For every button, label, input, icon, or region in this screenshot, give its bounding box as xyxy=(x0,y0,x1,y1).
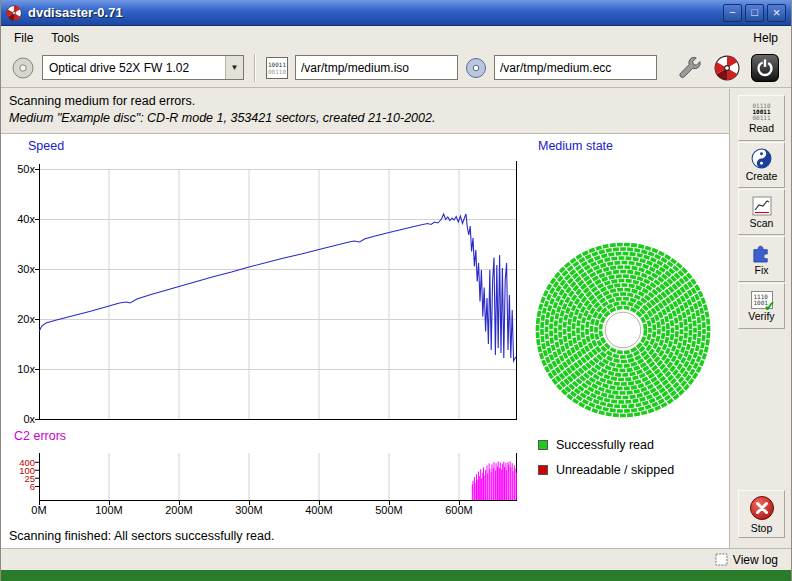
scan-result-status: Scanning finished: All sectors successfu… xyxy=(9,529,274,543)
verify-binary-icon: 1110 1001 ✓ xyxy=(751,291,773,309)
y-tick-20x: 20x xyxy=(3,313,35,325)
medium-info-line: Medium "Example disc": CD-R mode 1, 3534… xyxy=(9,111,721,125)
window-title: dvdisaster-0.71 xyxy=(28,5,123,20)
wrench-icon xyxy=(677,55,703,81)
color-wheel-icon xyxy=(714,55,740,81)
drive-select-value: Optical drive 52X FW 1.02 xyxy=(43,61,225,75)
operation-status-area: Scanning medium for read errors. Medium … xyxy=(1,89,730,134)
read-button-label: Read xyxy=(749,122,774,134)
toolbar: Optical drive 52X FW 1.02 ▼ 10011 00110 xyxy=(1,48,791,88)
stop-icon xyxy=(749,495,775,521)
log-icon xyxy=(715,553,728,566)
medium-state-legend: Successfully read Unreadable / skipped xyxy=(538,438,674,488)
maximize-icon: □ xyxy=(751,7,758,18)
medium-state-title: Medium state xyxy=(538,139,613,153)
yin-yang-icon xyxy=(751,148,772,169)
x-tick-200m: 200M xyxy=(159,504,199,516)
quit-button[interactable] xyxy=(749,52,781,84)
read-binary-icon: 01110 10011 00111 xyxy=(752,103,770,121)
app-window: dvdisaster-0.71 − □ × File Tools Help Op… xyxy=(0,0,792,581)
c2-chart-title: C2 errors xyxy=(14,429,66,443)
x-tick-300m: 300M xyxy=(229,504,269,516)
menu-file[interactable]: File xyxy=(5,29,42,47)
legend-swatch-unreadable xyxy=(538,465,548,475)
y-tick-0x: 0x xyxy=(3,413,35,425)
scan-button-label: Scan xyxy=(750,217,774,229)
stop-button[interactable]: Stop xyxy=(738,490,785,538)
minimize-icon: − xyxy=(729,7,735,18)
legend-label-read: Successfully read xyxy=(556,438,654,452)
verify-button[interactable]: 1110 1001 ✓ Verify xyxy=(738,283,785,329)
x-tick-600m: 600M xyxy=(439,504,479,516)
close-button[interactable]: × xyxy=(767,4,786,22)
action-sidebar: 01110 10011 00111 Read Create xyxy=(730,89,792,548)
x-tick-400m: 400M xyxy=(299,504,339,516)
image-file-icon-text2: 00110 xyxy=(268,68,286,75)
create-button[interactable]: Create xyxy=(738,142,785,188)
read-icon-line3: 00111 xyxy=(752,115,770,121)
maximize-button[interactable]: □ xyxy=(745,4,764,22)
titlebar[interactable]: dvdisaster-0.71 − □ × xyxy=(1,0,791,26)
stop-button-label: Stop xyxy=(751,522,773,534)
speed-chart-title: Speed xyxy=(28,139,64,153)
legend-swatch-read xyxy=(538,440,548,450)
ecc-path-input[interactable] xyxy=(494,55,657,80)
fix-button-label: Fix xyxy=(755,264,769,276)
minimize-button[interactable]: − xyxy=(723,4,742,22)
app-icon xyxy=(6,5,22,21)
medium-state-disc xyxy=(533,240,713,420)
scan-chart-icon xyxy=(752,196,772,216)
preferences-button[interactable] xyxy=(675,52,705,84)
y-tick-40x: 40x xyxy=(3,213,35,225)
toolbar-separator xyxy=(254,54,256,82)
view-log-button[interactable]: View log xyxy=(710,552,783,568)
y-tick-50x: 50x xyxy=(3,163,35,175)
drive-select[interactable]: Optical drive 52X FW 1.02 ▼ xyxy=(42,55,244,80)
y-tick-30x: 30x xyxy=(3,263,35,275)
legend-item-unreadable: Unreadable / skipped xyxy=(538,463,674,477)
operation-status-line: Scanning medium for read errors. xyxy=(9,94,721,108)
fix-button[interactable]: Fix xyxy=(738,236,785,282)
close-icon: × xyxy=(773,6,781,19)
chevron-down-icon: ▼ xyxy=(225,56,243,79)
read-button[interactable]: 01110 10011 00111 Read xyxy=(738,95,785,141)
image-file-icon-text: 10011 xyxy=(268,61,286,68)
bottom-bar: View log xyxy=(1,548,791,570)
puzzle-icon xyxy=(751,242,772,263)
power-icon xyxy=(751,54,779,82)
x-tick-0m: 0M xyxy=(19,504,59,516)
drive-status-icon xyxy=(11,56,35,80)
x-tick-100m: 100M xyxy=(89,504,129,516)
desktop-strip xyxy=(1,570,791,581)
about-logo-button[interactable] xyxy=(712,52,742,84)
create-button-label: Create xyxy=(746,170,778,182)
checkmark-icon: ✓ xyxy=(764,299,776,313)
menubar: File Tools Help xyxy=(1,27,791,48)
view-log-label: View log xyxy=(733,553,778,567)
ecc-file-icon xyxy=(465,57,487,79)
x-tick-500m: 500M xyxy=(369,504,409,516)
image-file-icon: 10011 00110 xyxy=(266,57,288,79)
legend-label-unreadable: Unreadable / skipped xyxy=(556,463,674,477)
iso-path-input[interactable] xyxy=(295,55,458,80)
scan-button[interactable]: Scan xyxy=(738,189,785,235)
y-tick-10x: 10x xyxy=(3,363,35,375)
menu-help[interactable]: Help xyxy=(744,29,787,47)
menu-tools[interactable]: Tools xyxy=(42,29,88,47)
legend-item-read: Successfully read xyxy=(538,438,674,452)
c2-tick-6: 6 xyxy=(7,481,35,492)
